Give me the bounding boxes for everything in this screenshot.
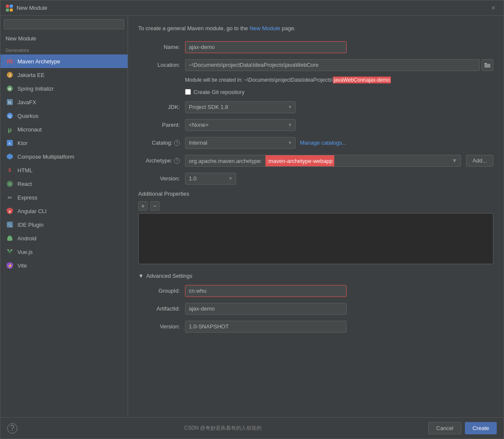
sidebar-item-ktor[interactable]: K Ktor — [0, 136, 128, 150]
close-button[interactable]: × — [488, 3, 498, 13]
groupid-label: GroupId: — [138, 288, 185, 294]
advanced-collapse-arrow: ▼ — [138, 273, 144, 279]
svg-text:J: J — [9, 73, 11, 77]
sidebar-item-react[interactable]: React — [0, 177, 128, 191]
angular-icon: A — [6, 207, 14, 215]
create-button[interactable]: Create — [465, 422, 497, 434]
help-button[interactable]: ? — [7, 423, 17, 433]
groupid-input[interactable] — [185, 285, 347, 297]
svg-rect-0 — [6, 5, 9, 8]
parent-label: Parent: — [138, 122, 185, 128]
sidebar-item-vite[interactable]: ⚡ Vite — [0, 259, 128, 272]
svg-text:⚡: ⚡ — [8, 263, 13, 268]
archetype-help-icon[interactable]: ? — [174, 158, 180, 164]
svg-text:🔧: 🔧 — [8, 223, 12, 227]
react-icon — [6, 180, 14, 188]
sidebar-item-ide-plugin[interactable]: 🔧 IDE Plugin — [0, 218, 128, 231]
sidebar-item-label: Maven Archetype — [17, 58, 60, 65]
sidebar-item-quarkus[interactable]: Q Quarkus — [0, 109, 128, 123]
git-checkbox-row: Create Git repository — [138, 89, 493, 95]
location-input[interactable] — [185, 59, 480, 71]
additional-props-title: Additional Properties — [138, 191, 493, 197]
sidebar-item-label: Vue.js — [17, 249, 33, 255]
sidebar-item-label: Express — [17, 194, 37, 201]
version-row: Version: 1.0 ▼ — [138, 173, 493, 185]
sidebar-item-label: Spring Initializr — [17, 86, 54, 92]
groupid-row: GroupId: — [138, 285, 493, 297]
location-row: Location: — [138, 59, 493, 71]
version-adv-label: Version: — [138, 323, 185, 330]
android-icon — [6, 234, 14, 242]
git-label: Create Git repository — [194, 89, 245, 95]
manage-catalogs-link[interactable]: Manage catalogs... — [300, 140, 347, 146]
sidebar-item-jakarta-ee[interactable]: J Jakarta EE — [0, 68, 128, 82]
jdk-select-wrapper: Project SDK 1.8 ▼ — [185, 101, 296, 113]
sidebar-item-label: Micronaut — [17, 126, 42, 133]
micronaut-icon: μ — [6, 125, 14, 134]
add-archetype-button[interactable]: Add... — [466, 155, 493, 167]
ktor-icon: K — [6, 139, 14, 147]
parent-row: Parent: <None> ▼ — [138, 119, 493, 131]
spring-initializr-icon: ✿ — [6, 84, 14, 93]
sidebar-item-compose-multiplatform[interactable]: Compose Multiplatform — [0, 150, 128, 163]
app-icon — [6, 4, 13, 12]
jdk-label: JDK: — [138, 104, 185, 110]
svg-text:Q: Q — [8, 114, 11, 118]
sidebar-item-html[interactable]: 5 HTML — [0, 163, 128, 177]
version-select[interactable]: 1.0 — [185, 173, 236, 185]
sidebar-item-angular-cli[interactable]: A Angular CLI — [0, 204, 128, 218]
catalog-row: Catalog: ? Internal ▼ Manage catalogs... — [138, 137, 493, 149]
browse-folder-button[interactable] — [481, 59, 493, 71]
sidebar-item-label: Android — [17, 235, 37, 242]
archetype-part1: org.apache.maven.archetype: — [185, 155, 265, 166]
sidebar-item-label: Quarkus — [17, 113, 38, 119]
javafx-icon: fx — [6, 98, 14, 106]
search-input[interactable] — [4, 19, 124, 29]
sidebar-item-express[interactable]: ex Express — [0, 191, 128, 204]
sidebar-item-micronaut[interactable]: μ Micronaut — [0, 123, 128, 136]
catalog-label-text: Catalog: — [152, 140, 174, 146]
catalog-help-icon[interactable]: ? — [174, 140, 180, 146]
sidebar-item-spring-initializr[interactable]: ✿ Spring Initializr — [0, 82, 128, 95]
location-input-row — [185, 59, 493, 71]
cancel-button[interactable]: Cancel — [428, 422, 461, 434]
sidebar-item-label: Jakarta EE — [17, 72, 45, 78]
sidebar-item-vuejs[interactable]: Vue.js — [0, 245, 128, 259]
dialog-footer: ? CSDN @奇妙是执着有的人创造的 Cancel Create — [0, 417, 504, 439]
sidebar-item-javafx[interactable]: fx JavaFX — [0, 95, 128, 109]
version-select-wrapper: 1.0 ▼ — [185, 173, 236, 185]
new-module-link[interactable]: New Module — [250, 25, 280, 31]
add-prop-button[interactable]: + — [138, 201, 148, 211]
artifactid-input[interactable] — [185, 303, 347, 315]
watermark-text: CSDN @奇妙是执着有的人创造的 — [184, 425, 262, 432]
name-input[interactable] — [185, 41, 347, 53]
svg-text:K: K — [9, 142, 11, 145]
svg-text:✿: ✿ — [8, 87, 11, 91]
sidebar-item-android[interactable]: Android — [0, 231, 128, 245]
sidebar-item-label: HTML — [17, 167, 32, 174]
remove-prop-button[interactable]: − — [150, 201, 159, 211]
vite-icon: ⚡ — [6, 261, 14, 270]
archetype-input-row: org.apache.maven.archetype::maven-archet… — [185, 155, 493, 167]
archetype-dropdown: ▼ — [448, 155, 461, 166]
svg-marker-14 — [7, 154, 13, 160]
info-text-prefix: To create a general Maven module, go to … — [138, 25, 248, 31]
module-path-highlight: javaWebCore\ajax-demo — [333, 77, 391, 83]
info-text: To create a general Maven module, go to … — [138, 24, 493, 33]
git-checkbox[interactable] — [185, 89, 191, 95]
jdk-row: JDK: Project SDK 1.8 ▼ — [138, 101, 493, 113]
parent-select[interactable]: <None> — [185, 119, 296, 131]
compose-icon — [6, 152, 14, 161]
catalog-select[interactable]: Internal — [185, 137, 296, 149]
archetype-label-text: Archetype: — [146, 157, 172, 164]
version-adv-input[interactable] — [185, 321, 347, 333]
svg-rect-31 — [484, 64, 490, 68]
svg-text:fx: fx — [8, 100, 11, 105]
new-module-dialog: New Module × New Module Generators m Mav… — [0, 0, 504, 439]
archetype-arrow-icon[interactable]: ▼ — [448, 156, 461, 165]
ide-plugin-icon: 🔧 — [6, 220, 14, 229]
sidebar-item-maven-archetype[interactable]: m Maven Archetype — [0, 54, 128, 68]
sidebar: New Module Generators m Maven Archetype … — [0, 16, 128, 417]
jdk-select[interactable]: Project SDK 1.8 — [185, 101, 296, 113]
advanced-settings-toggle[interactable]: ▼ Advanced Settings — [138, 273, 493, 279]
